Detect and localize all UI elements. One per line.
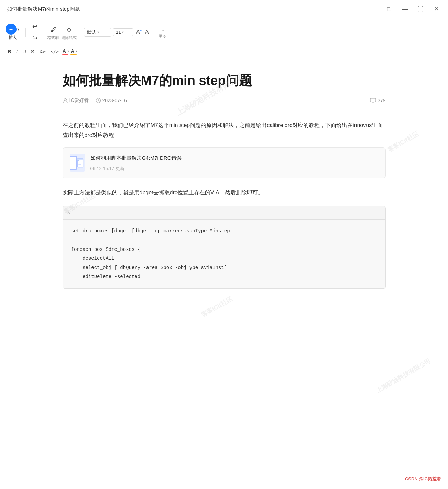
undo-redo-group: ↩ ↪ (29, 21, 40, 43)
font-select[interactable]: 默认 ▾ (84, 28, 111, 37)
code-block-chevron: ∨ (68, 209, 71, 217)
more-dots: ··· (161, 27, 164, 32)
insert-label: 插入 (9, 35, 17, 41)
clear-format-label: 清除格式 (62, 35, 77, 40)
highlight-indicator (70, 54, 77, 55)
link-card-title: 如何利用脚本批量解决G4:M7i DRC错误 (90, 153, 182, 162)
insert-button[interactable]: + (6, 24, 17, 35)
link-card-date: 06-12 15:17 更新 (90, 164, 182, 172)
bold-button[interactable]: B (6, 47, 13, 56)
article-body: 在之前的教程里面，我们已经介绍了M7这个min step问题的原因和解法，之前是… (63, 120, 386, 289)
window-controls: ⧉ — ⛶ ✕ (384, 4, 441, 14)
intro-paragraph: 在之前的教程里面，我们已经介绍了M7这个min step问题的原因和解法，之前是… (63, 120, 386, 140)
insert-group: + ▾ 插入 (6, 24, 19, 41)
italic-button[interactable]: I (14, 47, 20, 56)
title-bar: 如何批量解决M7的min step问题 ⧉ — ⛶ ✕ (0, 0, 448, 18)
format-group: 🖌 格式刷 ◇ 清除格式 (47, 24, 77, 40)
highlight-chevron[interactable]: ▾ (76, 49, 77, 53)
undo-button[interactable]: ↩ (29, 21, 40, 32)
font-size-buttons: A+ A- (135, 28, 151, 36)
toolbar-row1: + ▾ 插入 ↩ ↪ 🖌 格式刷 ◇ 清除格式 默认 ▾ 11 ▾ A+ A- (0, 18, 448, 46)
article-date: 2023-07-16 (102, 98, 127, 103)
format-brush-group: 🖌 格式刷 (47, 24, 59, 40)
code-block-body: set drc_boxes [dbget [dbget top.markers.… (63, 220, 385, 288)
font-size-decrease-button[interactable]: A- (144, 28, 151, 36)
link-card[interactable]: ≡ 如何利用脚本批量解决G4:M7i DRC错误 06-12 15:17 更新 (63, 147, 386, 178)
link-card-icon: ≡ (70, 154, 85, 172)
more-options-button[interactable]: ··· (159, 26, 166, 34)
paragraph2: 实际上方法都是类似的，就是用dbget去抓取drc位置上存在的VIA，然后删除即… (63, 188, 386, 198)
external-link-icon[interactable]: ⧉ (384, 4, 394, 14)
content-area: 如何批量解决M7的min step问题 IC爱好者 2023-07-16 379 (35, 59, 413, 325)
format-brush-button[interactable]: 🖌 (48, 24, 59, 35)
format-brush-label: 格式刷 (47, 35, 59, 40)
toolbar-row2: B I U S X2 ▾ </> A ▾ A ▾ (0, 46, 448, 59)
article-meta: IC爱好者 2023-07-16 379 (63, 97, 386, 109)
font-name-value: 默认 (87, 29, 96, 35)
highlight-button[interactable]: A (70, 47, 75, 54)
font-select-chevron: ▾ (97, 30, 99, 34)
date-meta: 2023-07-16 (96, 98, 127, 103)
author-icon (63, 98, 68, 103)
watermark-4: 上海矽迪科技有限公司 (374, 357, 432, 395)
svg-text:≡: ≡ (78, 159, 79, 161)
font-size-chevron: ▾ (122, 30, 124, 34)
sep4 (155, 28, 155, 37)
clear-format-group: ◇ 清除格式 (62, 24, 77, 40)
close-icon[interactable]: ✕ (431, 4, 441, 14)
date-icon (96, 98, 101, 103)
views-meta: 379 (370, 98, 385, 103)
font-size-increase-button[interactable]: A+ (135, 28, 143, 36)
insert-dropdown-chevron[interactable]: ▾ (17, 27, 19, 32)
maximize-icon[interactable]: ⛶ (416, 4, 425, 14)
code-block: ∨ set drc_boxes [dbget [dbget top.marker… (63, 206, 386, 289)
more-button-group: ··· 更多 (159, 26, 166, 39)
window-title: 如何批量解决M7的min step问题 (7, 6, 80, 12)
article-title: 如何批量解决M7的min step问题 (63, 72, 386, 89)
clear-format-button[interactable]: ◇ (64, 24, 75, 35)
font-color-indicator (62, 54, 68, 55)
superscript-button[interactable]: X2 ▾ (37, 47, 48, 56)
highlight-group: A ▾ (70, 47, 77, 55)
document-icon: ≡ (77, 155, 85, 170)
sep3 (80, 28, 80, 37)
font-size-value: 11 (116, 30, 121, 35)
author-meta: IC爱好者 (63, 97, 89, 104)
font-color-group: A ▾ (62, 47, 69, 55)
underline-button[interactable]: U (20, 47, 28, 56)
sep2 (44, 28, 44, 37)
font-size-select[interactable]: 11 ▾ (113, 28, 133, 36)
font-color-button[interactable]: A (62, 47, 67, 54)
more-label: 更多 (159, 34, 166, 39)
views-icon (370, 98, 376, 103)
author-name: IC爱好者 (69, 97, 89, 104)
code-block-toggle[interactable]: ∨ (63, 206, 385, 220)
link-card-info: 如何利用脚本批量解决G4:M7i DRC错误 06-12 15:17 更新 (90, 153, 182, 172)
redo-button[interactable]: ↪ (29, 32, 40, 43)
strikethrough-button[interactable]: S (29, 47, 36, 56)
sep1 (25, 28, 26, 37)
code-inline-button[interactable]: </> (48, 47, 61, 55)
views-count: 379 (378, 98, 385, 103)
csdn-badge: CSDN @IC拓荒者 (405, 476, 441, 482)
minimize-icon[interactable]: — (400, 4, 409, 14)
svg-rect-2 (370, 98, 376, 102)
font-color-chevron[interactable]: ▾ (67, 49, 69, 53)
